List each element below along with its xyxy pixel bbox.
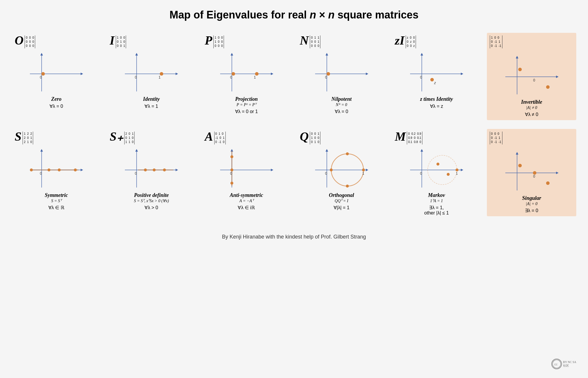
svg-text:1: 1 bbox=[159, 75, 161, 79]
diagram-projection: 01 bbox=[217, 50, 276, 96]
cell-name-invertible: Invertible bbox=[521, 99, 542, 105]
matrix-values-projection: 1 0 01 0 00 0 0 bbox=[213, 35, 224, 48]
svg-point-33 bbox=[546, 85, 550, 89]
svg-point-76 bbox=[447, 173, 450, 176]
cell-lambda-nilpotent: ∀λ = 0 bbox=[335, 109, 348, 114]
row2: S1 2 22 0 12 1 00SymmetricS = Sᵀ∀λ ∈ ℝS₊… bbox=[12, 129, 576, 216]
svg-point-74 bbox=[456, 168, 458, 171]
matrix-values-z-identity: z 0 00 z 00 0 z bbox=[406, 35, 416, 48]
matrix-label-nilpotent: N0 1 10 0 10 0 0 bbox=[300, 34, 320, 48]
cell-projection: P1 0 01 0 00 0 001ProjectionP = P² = Pᵀ∀… bbox=[202, 33, 291, 120]
matrix-letter-orthogonal: Q bbox=[300, 130, 309, 143]
svg-point-26 bbox=[430, 78, 434, 81]
svg-point-41 bbox=[58, 168, 61, 171]
cell-lambda-anti-symmetric: ∀λ ∈ iℝ bbox=[238, 205, 255, 210]
matrix-letter-identity: I bbox=[110, 34, 114, 47]
svg-point-67 bbox=[346, 185, 349, 188]
matrix-values-positive-definite: 2 0 10 1 01 1 0 bbox=[124, 132, 135, 144]
diagram-invertible: 0 bbox=[502, 53, 561, 98]
matrix-values-anti-symmetric: 0 1 0-1 0 10 -1 0 bbox=[214, 132, 226, 144]
cell-invertible: 1 0 00 -1 10 -1 -10Invertible|A| ≠ 0∀λ ≠… bbox=[487, 33, 576, 120]
matrix-label-singular: 0 0 00 -1 10 -1 -1 bbox=[490, 130, 502, 144]
cell-name-nilpotent: Nilpotent bbox=[331, 96, 351, 102]
cell-name-positive-definite: Positive definite bbox=[134, 192, 169, 198]
cell-lambda-identity: ∀λ = 1 bbox=[145, 103, 158, 109]
svg-point-48 bbox=[144, 168, 147, 171]
cell-lambda-positive-definite: ∀λ > 0 bbox=[145, 205, 158, 210]
matrix-label-identity: I1 0 00 1 00 0 1 bbox=[110, 34, 126, 48]
cell-name-z-identity: z times Identity bbox=[420, 96, 453, 102]
svg-text:0: 0 bbox=[325, 171, 327, 176]
footer: By Kenji Hiranabe with the kindest help … bbox=[12, 234, 576, 240]
matrix-label-zero: O0 0 00 0 00 0 0 bbox=[15, 34, 35, 48]
diagram-symmetric: 0 bbox=[27, 147, 86, 192]
cc-text: BY NC SA社区 bbox=[563, 360, 576, 368]
matrix-values-nilpotent: 0 1 10 0 10 0 0 bbox=[310, 35, 320, 48]
matrix-label-projection: P1 0 01 0 00 0 0 bbox=[205, 34, 224, 48]
diagram-anti-symmetric: 0 bbox=[217, 147, 276, 192]
cell-lambda-orthogonal: ∀|λ| = 1 bbox=[334, 205, 349, 210]
cc-icon: cc bbox=[551, 359, 562, 369]
svg-point-64 bbox=[362, 168, 365, 171]
cell-zero: O0 0 00 0 00 0 00Zero∀λ = 0 bbox=[12, 33, 101, 120]
matrix-label-symmetric: S1 2 22 0 12 1 0 bbox=[15, 130, 33, 144]
cell-lambda-projection: ∀λ = 0 or 1 bbox=[235, 109, 258, 114]
matrix-letter-markov: M bbox=[395, 130, 406, 143]
cell-sub-projection: P = P² = Pᵀ bbox=[237, 102, 256, 108]
svg-point-42 bbox=[74, 168, 77, 171]
cell-name-identity: Identity bbox=[143, 96, 160, 102]
svg-point-56 bbox=[230, 155, 233, 158]
svg-text:1: 1 bbox=[362, 171, 364, 176]
cell-lambda-singular: ∃λ = 0 bbox=[525, 208, 538, 213]
matrix-letter-z-identity: zI bbox=[395, 34, 405, 47]
diagram-z-identity: z0 bbox=[407, 50, 466, 96]
cell-name-zero: Zero bbox=[51, 96, 62, 102]
cell-markov: M0 0.2 0.90.9 0 0.10.1 0.8 010Markov1ᵀA … bbox=[392, 129, 481, 216]
svg-text:z: z bbox=[434, 81, 436, 85]
svg-point-57 bbox=[230, 168, 233, 171]
svg-text:0: 0 bbox=[420, 171, 422, 176]
svg-point-32 bbox=[518, 68, 522, 71]
svg-text:0: 0 bbox=[40, 171, 42, 176]
svg-text:0: 0 bbox=[135, 75, 137, 79]
cell-lambda-markov: ∃λ = 1,other |λ| ≤ 1 bbox=[424, 205, 449, 216]
matrix-label-positive-definite: S₊2 0 10 1 01 1 0 bbox=[110, 130, 135, 144]
svg-text:0: 0 bbox=[533, 78, 535, 82]
matrix-values-symmetric: 1 2 22 0 12 1 0 bbox=[23, 132, 33, 144]
matrix-label-z-identity: zIz 0 00 z 00 0 z bbox=[395, 34, 416, 48]
cell-name-projection: Projection bbox=[235, 96, 258, 102]
matrix-letter-anti-symmetric: A bbox=[205, 130, 213, 143]
svg-point-14 bbox=[232, 72, 235, 76]
svg-point-39 bbox=[30, 168, 33, 171]
cell-sub-markov: 1ᵀA = 1 bbox=[430, 198, 443, 204]
matrix-values-identity: 1 0 00 1 00 0 1 bbox=[116, 35, 126, 48]
cell-name-anti-symmetric: Anti-symmetric bbox=[230, 192, 263, 198]
matrix-values-zero: 0 0 00 0 00 0 0 bbox=[25, 35, 35, 48]
svg-text:0: 0 bbox=[325, 75, 327, 79]
cell-name-symmetric: Symmetric bbox=[45, 192, 68, 198]
svg-text:0: 0 bbox=[230, 75, 232, 79]
svg-point-50 bbox=[163, 168, 166, 171]
cell-z-identity: zIz 0 00 z 00 0 zz0z times Identity∀λ = … bbox=[392, 33, 481, 120]
cell-lambda-invertible: ∀λ ≠ 0 bbox=[525, 112, 538, 117]
svg-point-49 bbox=[153, 168, 156, 171]
cell-name-orthogonal: Orthogonal bbox=[329, 192, 354, 198]
matrix-values-markov: 0 0.2 0.90.9 0 0.10.1 0.8 0 bbox=[407, 132, 422, 144]
svg-point-3 bbox=[41, 72, 45, 76]
cell-nilpotent: N0 1 10 0 10 0 00NilpotentNᵏ = 0∀λ = 0 bbox=[297, 33, 386, 120]
cell-sub-orthogonal: QQᵀ = I bbox=[335, 198, 348, 204]
svg-text:0: 0 bbox=[135, 171, 137, 176]
cell-sub-symmetric: S = Sᵀ bbox=[51, 198, 61, 204]
cell-name-markov: Markov bbox=[428, 192, 445, 198]
matrix-label-anti-symmetric: A0 1 0-1 0 10 -1 0 bbox=[205, 130, 226, 144]
svg-point-66 bbox=[346, 152, 349, 155]
matrix-letter-zero: O bbox=[15, 34, 23, 47]
svg-point-21 bbox=[327, 72, 330, 76]
page-title: Map of Eigenvalues for real n × n square… bbox=[12, 9, 576, 21]
svg-text:0: 0 bbox=[230, 171, 232, 176]
svg-point-82 bbox=[518, 164, 522, 167]
svg-point-40 bbox=[47, 168, 50, 171]
svg-text:0: 0 bbox=[40, 75, 42, 79]
matrix-letter-nilpotent: N bbox=[300, 34, 309, 47]
diagram-identity: 01 bbox=[122, 50, 181, 96]
